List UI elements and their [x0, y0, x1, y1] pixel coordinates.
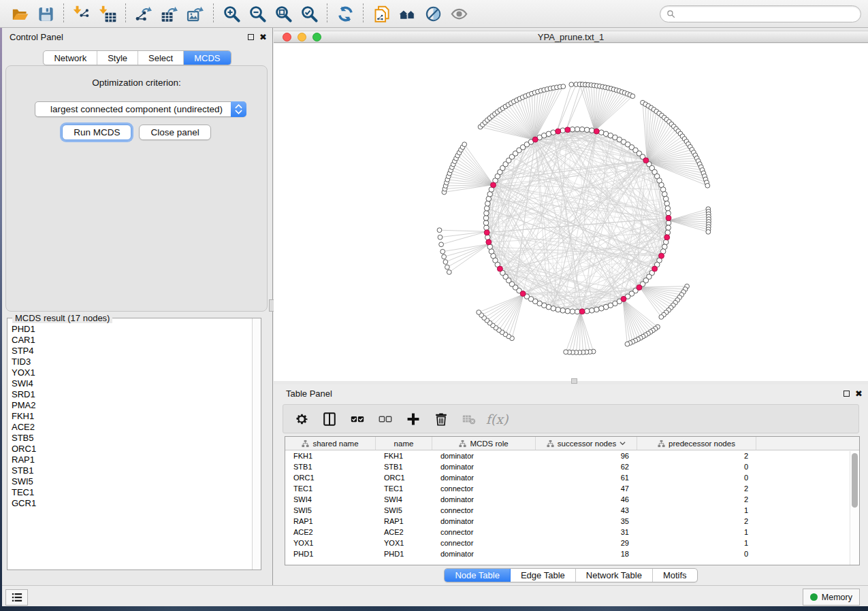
save-session-icon[interactable]	[33, 2, 59, 25]
mcds-result-item[interactable]: ORC1	[12, 444, 251, 455]
table-row[interactable]: TEC1TEC1connector472	[285, 483, 859, 494]
table-panel-title: Table Panel	[286, 389, 332, 399]
select-all-columns-icon[interactable]	[349, 410, 366, 428]
mcds-result-item[interactable]: TID3	[12, 357, 251, 367]
table-cell: connector	[432, 527, 536, 538]
toolbar-separator	[213, 3, 214, 24]
table-cell: 2	[637, 516, 756, 527]
mcds-result-item[interactable]: ACE2	[12, 422, 251, 433]
mcds-result-item[interactable]: GCR1	[12, 498, 251, 509]
toolbar-icon-group	[7, 2, 472, 25]
mcds-result-item[interactable]: YOX1	[12, 367, 251, 378]
delete-column-icon[interactable]	[432, 410, 450, 428]
memory-button[interactable]: Memory	[803, 589, 860, 606]
unselect-all-columns-icon[interactable]	[376, 410, 394, 428]
mcds-result-item[interactable]: TEC1	[12, 487, 251, 498]
mcds-result-item[interactable]: STB5	[12, 433, 251, 444]
table-row[interactable]: ACE2ACE2connector311	[285, 527, 859, 538]
column-header-successor-nodes[interactable]: successor nodes	[536, 437, 637, 450]
table-row[interactable]: SWI5SWI5connector431	[285, 505, 859, 516]
tab-network[interactable]: Network	[44, 51, 97, 65]
network-view-canvas[interactable]	[274, 44, 868, 381]
mcds-result-item[interactable]: PMA2	[12, 400, 251, 411]
close-panel-icon[interactable]: ✖	[259, 34, 267, 40]
tab-node-table[interactable]: Node Table	[445, 569, 511, 582]
mcds-result-item[interactable]: STB1	[12, 465, 251, 476]
export-network-icon[interactable]	[131, 2, 157, 25]
column-header-name[interactable]: name	[376, 437, 432, 450]
import-network-icon[interactable]	[69, 2, 95, 25]
task-history-button[interactable]	[5, 589, 28, 606]
table-row[interactable]: STB1STB1dominator620	[285, 461, 859, 472]
table-cell: SWI4	[376, 494, 432, 505]
table-cell: dominator	[432, 516, 536, 527]
table-row[interactable]: RAP1RAP1dominator352	[285, 516, 859, 527]
mcds-result-item[interactable]: SRD1	[12, 389, 251, 400]
run-mcds-button[interactable]: Run MCDS	[62, 125, 131, 140]
clone-network-icon[interactable]	[368, 2, 394, 25]
show-columns-icon[interactable]	[321, 410, 338, 428]
tab-network-table[interactable]: Network Table	[576, 569, 653, 582]
tab-edge-table[interactable]: Edge Table	[511, 569, 576, 582]
zoom-selected-icon[interactable]	[296, 2, 322, 25]
sort-chevron-icon[interactable]	[620, 441, 626, 446]
tab-motifs[interactable]: Motifs	[653, 569, 697, 582]
table-panel: Table Panel ✖ f(x) shared namenameMCDS r…	[274, 384, 868, 585]
open-session-icon[interactable]	[7, 2, 33, 25]
table-cell: connector	[432, 538, 536, 548]
export-image-icon[interactable]	[182, 2, 208, 25]
tab-select[interactable]: Select	[138, 51, 184, 65]
status-bar: Memory	[2, 585, 868, 606]
close-table-panel-icon[interactable]: ✖	[855, 391, 863, 397]
optimization-criterion-select[interactable]: largest connected component (undirected)	[35, 101, 246, 117]
search-input[interactable]	[679, 8, 854, 19]
table-cell: RAP1	[376, 516, 432, 527]
refresh-layout-icon[interactable]	[332, 2, 358, 25]
hide-panel-icon[interactable]	[420, 2, 446, 25]
table-cell: SWI5	[285, 505, 376, 516]
export-table-icon[interactable]	[157, 2, 182, 25]
mcds-result-item[interactable]: STP4	[12, 346, 251, 357]
control-panel: Control Panel ✖ NetworkStyleSelectMCDS O…	[2, 28, 273, 585]
mcds-result-scrollbar[interactable]	[252, 318, 261, 569]
table-row[interactable]: YOX1YOX1connector291	[285, 538, 859, 548]
table-cell: dominator	[432, 472, 536, 483]
close-panel-button[interactable]: Close panel	[139, 125, 210, 140]
zoom-out-icon[interactable]	[244, 2, 270, 25]
tab-style[interactable]: Style	[97, 51, 138, 65]
column-header-predecessor-nodes[interactable]: predecessor nodes	[637, 437, 756, 450]
table-cell: dominator	[432, 450, 536, 461]
create-column-icon[interactable]	[404, 410, 422, 428]
table-row[interactable]: SWI4SWI4dominator462	[285, 494, 859, 505]
table-row[interactable]: PHD1PHD1dominator180	[285, 548, 859, 559]
import-table-icon[interactable]	[95, 2, 120, 25]
zoom-in-icon[interactable]	[219, 2, 244, 25]
toolbar-separator	[327, 3, 327, 24]
network-overview-icon[interactable]	[394, 2, 420, 25]
show-graphics-icon[interactable]	[446, 2, 472, 25]
mcds-result-item[interactable]: SWI4	[12, 378, 251, 389]
column-header-MCDS-role[interactable]: MCDS role	[432, 437, 536, 450]
column-label: name	[394, 440, 414, 448]
zoom-fit-icon[interactable]	[270, 2, 296, 25]
float-table-panel-icon[interactable]	[843, 391, 850, 397]
mcds-result-item[interactable]: SWI5	[12, 476, 251, 487]
table-scrollbar[interactable]	[850, 451, 859, 565]
mcds-result-item[interactable]: CAR1	[12, 335, 251, 346]
tab-mcds[interactable]: MCDS	[184, 51, 230, 65]
mcds-result-item[interactable]: RAP1	[12, 455, 251, 465]
table-row[interactable]: ORC1ORC1dominator610	[285, 472, 859, 483]
mcds-result-list[interactable]: PHD1CAR1STP4TID3YOX1SWI4SRD1PMA2FKH1ACE2…	[7, 321, 251, 569]
node-table-body: FKH1FKH1dominator962STB1STB1dominator620…	[285, 450, 859, 559]
table-row[interactable]: FKH1FKH1dominator962	[285, 450, 859, 461]
column-header-shared-name[interactable]: shared name	[285, 437, 376, 450]
column-settings-gear-icon[interactable]	[293, 410, 310, 428]
table-cell: SWI5	[376, 505, 432, 516]
table-cell: YOX1	[376, 538, 432, 548]
column-label: shared name	[312, 440, 358, 448]
view-splitter-handle[interactable]	[571, 378, 577, 384]
mcds-result-item[interactable]: PHD1	[12, 324, 251, 335]
mcds-result-item[interactable]: FKH1	[12, 411, 251, 422]
float-panel-icon[interactable]	[248, 34, 254, 40]
table-scrollbar-thumb[interactable]	[852, 453, 858, 508]
